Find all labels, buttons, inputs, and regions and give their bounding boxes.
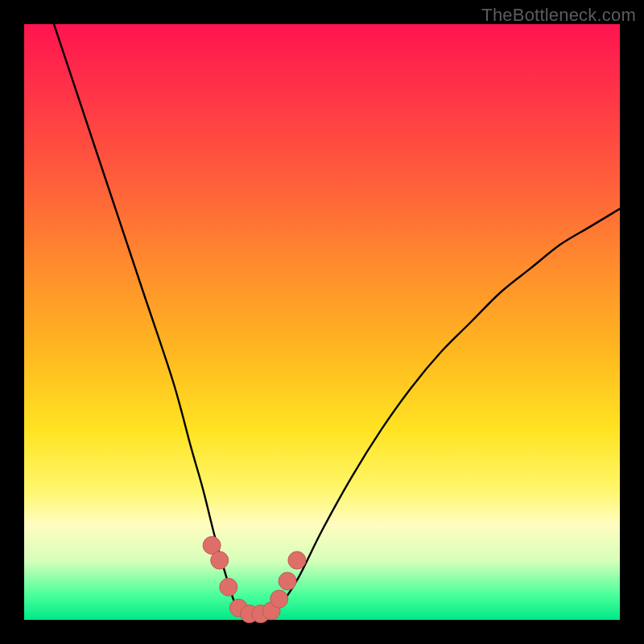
chart-frame: TheBottleneck.com (0, 0, 644, 644)
watermark-text: TheBottleneck.com (481, 5, 636, 26)
bottleneck-curve (54, 24, 620, 617)
curve-svg (24, 24, 620, 620)
marker-point (270, 590, 288, 608)
marker-point (211, 551, 229, 569)
marker-point (288, 551, 306, 569)
marker-point (279, 572, 296, 590)
plot-area (24, 24, 620, 620)
marker-point (220, 578, 237, 596)
highlighted-points (203, 537, 306, 623)
